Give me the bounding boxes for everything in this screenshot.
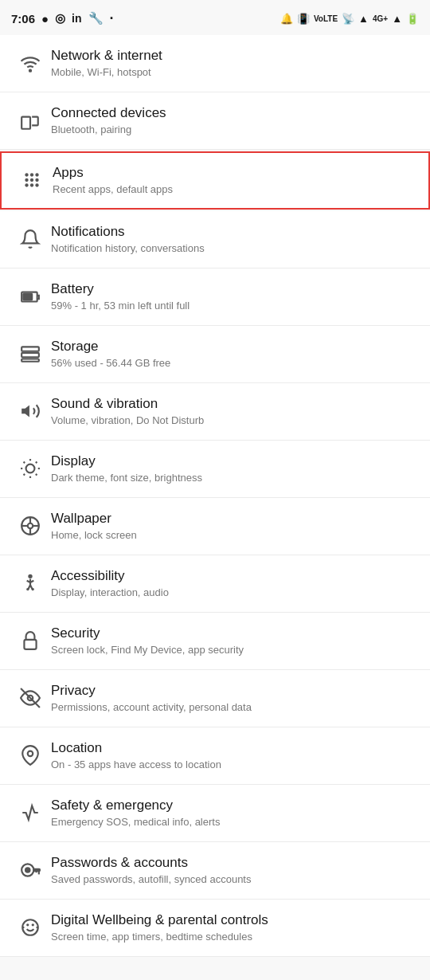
- svg-line-27: [24, 474, 25, 476]
- settings-item-display[interactable]: Display Dark theme, font size, brightnes…: [0, 441, 430, 498]
- svg-point-7: [30, 178, 33, 182]
- sound-icon: [13, 401, 48, 421]
- wrench-icon: 🔧: [88, 11, 104, 25]
- safety-title: Safety & emergency: [51, 797, 417, 814]
- svg-point-8: [35, 178, 38, 182]
- wellbeing-subtitle: Screen time, app timers, bedtime schedul…: [51, 931, 417, 944]
- battery-settings-icon: [13, 286, 48, 307]
- apps-icon: [14, 170, 49, 190]
- settings-item-security[interactable]: Security Screen lock, Find My Device, ap…: [0, 613, 430, 670]
- wallpaper-text: Wallpaper Home, lock screen: [48, 510, 417, 543]
- svg-point-36: [27, 590, 28, 590]
- settings-item-wellbeing[interactable]: Digital Wellbeing & parental controls Sc…: [0, 900, 430, 957]
- svg-rect-1: [22, 116, 30, 128]
- settings-item-passwords[interactable]: Passwords & accounts Saved passwords, au…: [0, 842, 430, 900]
- settings-item-apps[interactable]: Apps Recent apps, default apps: [0, 151, 430, 210]
- sound-subtitle: Volume, vibration, Do Not Disturb: [51, 414, 417, 428]
- settings-item-accessibility[interactable]: Accessibility Display, interaction, audi…: [0, 555, 430, 613]
- devices-icon: [13, 111, 48, 131]
- settings-item-storage[interactable]: Storage 56% used - 56.44 GB free: [0, 326, 430, 383]
- accessibility-text: Accessibility Display, interaction, audi…: [48, 567, 417, 600]
- security-title: Security: [51, 625, 417, 642]
- apps-title: Apps: [53, 164, 416, 182]
- volte-icon: VoLTE: [314, 14, 338, 23]
- notifications-subtitle: Notification history, conversations: [51, 242, 417, 256]
- notifications-title: Notifications: [51, 223, 417, 241]
- storage-text: Storage 56% used - 56.44 GB free: [48, 338, 417, 370]
- display-text: Display Dark theme, font size, brightnes…: [48, 453, 417, 485]
- accessibility-title: Accessibility: [51, 567, 417, 585]
- wallpaper-subtitle: Home, lock screen: [51, 529, 417, 543]
- wellbeing-text: Digital Wellbeing & parental controls Sc…: [48, 911, 417, 944]
- svg-point-35: [29, 575, 31, 578]
- passwords-title: Passwords & accounts: [51, 854, 417, 872]
- svg-line-28: [36, 462, 37, 464]
- svg-point-11: [35, 184, 38, 187]
- settings-item-notifications[interactable]: Notifications Notification history, conv…: [0, 211, 430, 269]
- wallpaper-title: Wallpaper: [51, 510, 417, 527]
- svg-rect-38: [24, 640, 36, 649]
- vibrate-icon: 📳: [297, 13, 310, 25]
- battery-title: Battery: [51, 280, 417, 298]
- svg-rect-14: [22, 347, 39, 351]
- whatsapp-icon: ●: [41, 12, 49, 25]
- alarm-icon: 🔔: [280, 13, 293, 25]
- time: 7:06: [11, 12, 35, 25]
- settings-item-sound[interactable]: Sound & vibration Volume, vibration, Do …: [0, 383, 430, 441]
- accessibility-icon: [13, 573, 48, 594]
- svg-point-9: [25, 184, 28, 187]
- storage-subtitle: 56% used - 56.44 GB free: [51, 357, 417, 370]
- svg-point-4: [30, 174, 33, 177]
- svg-point-37: [33, 590, 33, 590]
- settings-item-wallpaper[interactable]: Wallpaper Home, lock screen: [0, 498, 430, 555]
- svg-point-30: [28, 523, 33, 529]
- privacy-title: Privacy: [51, 682, 417, 700]
- network-title: Network & internet: [51, 47, 417, 65]
- status-right: 🔔 📳 VoLTE 📡 ▲ 4G+ ▲ 🔋: [280, 13, 419, 25]
- apps-subtitle: Recent apps, default apps: [53, 183, 416, 197]
- 4g-icon: 4G+: [373, 14, 388, 23]
- svg-rect-16: [22, 359, 39, 362]
- battery-subtitle: 59% - 1 hr, 53 min left until full: [51, 300, 417, 313]
- network-text: Network & internet Mobile, Wi-Fi, hotspo…: [48, 47, 417, 80]
- location-icon: [13, 745, 48, 766]
- security-text: Security Screen lock, Find My Device, ap…: [48, 625, 417, 657]
- privacy-icon: [13, 688, 48, 708]
- svg-point-20: [26, 465, 35, 473]
- security-subtitle: Screen lock, Find My Device, app securit…: [51, 644, 417, 657]
- network-signal-icon: ▲: [392, 13, 402, 25]
- battery-icon: 🔋: [406, 13, 419, 25]
- svg-rect-13: [23, 294, 32, 300]
- settings-item-battery[interactable]: Battery 59% - 1 hr, 53 min left until fu…: [0, 269, 430, 326]
- status-left: 7:06 ● ◎ in 🔧 ·: [11, 10, 114, 27]
- settings-item-network[interactable]: Network & internet Mobile, Wi-Fi, hotspo…: [0, 35, 430, 92]
- svg-point-5: [35, 174, 38, 177]
- linkedin-icon: in: [72, 12, 81, 25]
- svg-rect-43: [33, 869, 40, 871]
- settings-item-privacy[interactable]: Privacy Permissions, account activity, p…: [0, 670, 430, 727]
- network-subtitle: Mobile, Wi-Fi, hotspot: [51, 66, 417, 80]
- notifications-text: Notifications Notification history, conv…: [48, 223, 417, 256]
- notifications-icon: [13, 229, 48, 249]
- svg-point-3: [25, 174, 28, 177]
- display-title: Display: [51, 453, 417, 470]
- display-icon: [13, 458, 48, 479]
- connected-devices-subtitle: Bluetooth, pairing: [51, 123, 417, 137]
- storage-title: Storage: [51, 338, 417, 355]
- snapchat-icon: ◎: [55, 11, 65, 25]
- svg-point-41: [28, 751, 33, 757]
- wallpaper-icon: [13, 515, 48, 536]
- settings-item-connected-devices[interactable]: Connected devices Bluetooth, pairing: [0, 92, 430, 150]
- wifi-icon: [13, 53, 48, 74]
- battery-text: Battery 59% - 1 hr, 53 min left until fu…: [48, 280, 417, 313]
- settings-item-location[interactable]: Location On - 35 apps have access to loc…: [0, 727, 430, 785]
- accessibility-subtitle: Display, interaction, audio: [51, 586, 417, 600]
- safety-subtitle: Emergency SOS, medical info, alerts: [51, 816, 417, 829]
- security-icon: [13, 630, 48, 651]
- connected-devices-text: Connected devices Bluetooth, pairing: [48, 104, 417, 137]
- location-text: Location On - 35 apps have access to loc…: [48, 739, 417, 772]
- passwords-text: Passwords & accounts Saved passwords, au…: [48, 854, 417, 887]
- passwords-subtitle: Saved passwords, autofill, synced accoun…: [51, 873, 417, 887]
- settings-item-safety[interactable]: Safety & emergency Emergency SOS, medica…: [0, 785, 430, 842]
- connected-devices-title: Connected devices: [51, 104, 417, 122]
